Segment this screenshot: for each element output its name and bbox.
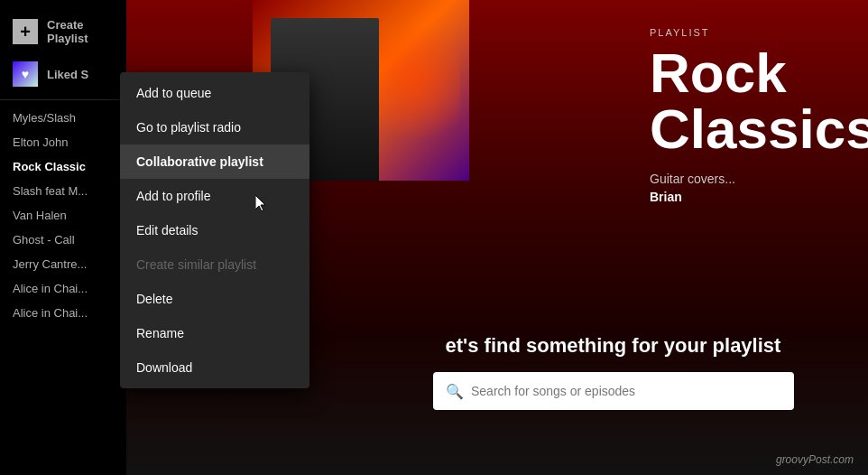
playlist-label: PLAYLIST (650, 27, 868, 38)
playlist-title: Rock Classics (650, 45, 868, 157)
sidebar-divider (0, 99, 126, 100)
liked-songs-item[interactable]: ♥ Liked S (0, 54, 126, 94)
sidebar-item-rock-classics[interactable]: Rock Classic (0, 154, 126, 179)
sidebar-item-alice-chai-1[interactable]: Alice in Chai... (0, 276, 126, 301)
context-menu-add-to-profile[interactable]: Add to profile (120, 179, 309, 213)
search-bar[interactable]: 🔍 (433, 372, 794, 410)
context-menu-edit-details[interactable]: Edit details (120, 213, 309, 247)
sidebar: + Create Playlist ♥ Liked S Myles/Slash … (0, 0, 126, 475)
sidebar-item-alice-chai-2[interactable]: Alice in Chai... (0, 301, 126, 325)
hero-bg-figure (370, 9, 460, 154)
sidebar-item-van-halen[interactable]: Van Halen (0, 203, 126, 228)
sidebar-item-slash-feat[interactable]: Slash feat M... (0, 179, 126, 203)
search-icon: 🔍 (446, 383, 464, 400)
playlist-info: PLAYLIST Rock Classics Guitar covers... … (650, 27, 868, 204)
context-menu-add-to-queue[interactable]: Add to queue (120, 76, 309, 110)
find-section: Let's find something for your playlist 🔍 (433, 334, 830, 410)
context-menu-delete[interactable]: Delete (120, 282, 309, 316)
sidebar-item-ghost-call[interactable]: Ghost - Call (0, 228, 126, 252)
watermark: groovyPost.com (776, 453, 854, 466)
playlist-description: Guitar covers... (650, 172, 868, 186)
liked-songs-label: Liked S (47, 68, 88, 81)
context-menu-rename[interactable]: Rename (120, 316, 309, 350)
find-title: Let's find something for your playlist (433, 334, 830, 358)
sidebar-item-elton-john[interactable]: Elton John (0, 130, 126, 154)
sidebar-item-jerry-cantre[interactable]: Jerry Cantre... (0, 252, 126, 276)
context-menu-download[interactable]: Download (120, 350, 309, 385)
context-menu-collaborative-playlist[interactable]: Collaborative playlist (120, 144, 309, 179)
playlist-owner: Brian (650, 190, 868, 204)
context-menu: Add to queue Go to playlist radio Collab… (120, 72, 309, 388)
liked-songs-icon: ♥ (13, 61, 38, 87)
context-menu-create-similar-playlist: Create similar playlist (120, 247, 309, 282)
create-playlist-item[interactable]: + Create Playlist (0, 9, 126, 54)
create-playlist-icon: + (13, 19, 38, 44)
create-playlist-label: Create Playlist (47, 18, 114, 45)
search-input[interactable] (471, 384, 781, 398)
context-menu-go-to-playlist-radio[interactable]: Go to playlist radio (120, 110, 309, 144)
sidebar-item-myles-slash[interactable]: Myles/Slash (0, 106, 126, 130)
